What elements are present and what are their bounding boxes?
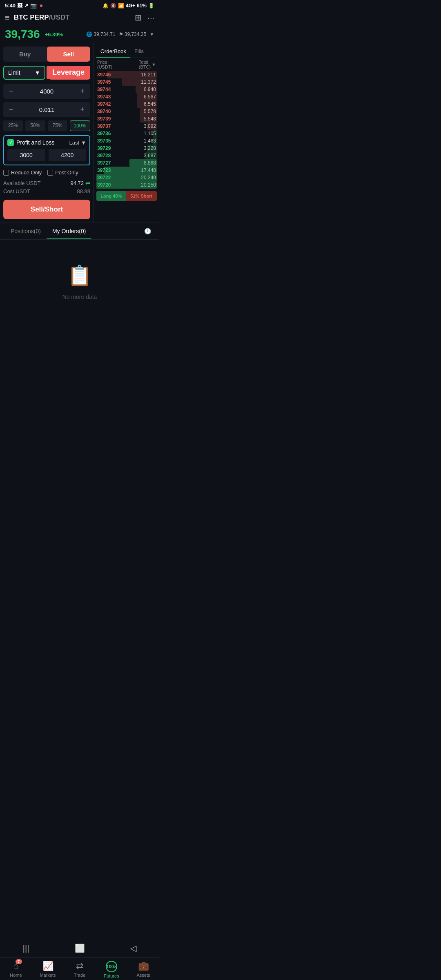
status-battery: 61% (137, 3, 147, 9)
empty-state: 📋 No more data (0, 240, 159, 325)
price-decrement[interactable]: − (7, 87, 15, 96)
bid-price[interactable]: 39735 (97, 138, 111, 144)
ask-price[interactable]: 39745 (97, 79, 111, 85)
price-change: +6.39% (45, 31, 63, 38)
cost-row: Cost USDT 88.88 (3, 188, 90, 194)
ask-price[interactable]: 39739 (97, 116, 111, 122)
ask-row: 39740 5.578 (96, 108, 157, 115)
flag-price: 39,734.25 (125, 31, 146, 37)
limit-chevron: ▼ (35, 69, 40, 76)
bid-price[interactable]: 39729 (97, 145, 111, 151)
pnl-checkbox-label[interactable]: ✓ Profit and Loss (7, 139, 54, 146)
take-profit-input[interactable]: 3000 (7, 149, 45, 161)
ask-price[interactable]: 39742 (97, 101, 111, 107)
total-sort-icon[interactable]: ▼ (151, 62, 156, 67)
cost-label: Cost USDT (3, 188, 30, 194)
sell-tab[interactable]: Sell (47, 47, 91, 62)
bid-price[interactable]: 39728 (97, 153, 111, 158)
ask-price[interactable]: 39743 (97, 94, 111, 100)
refresh-icon[interactable]: 🕐 (141, 223, 154, 239)
header: ≡ BTC PERP/USDT ⊞ ··· (0, 10, 159, 25)
status-bar: 5:40 🖼 ↗ 📷 🔔 🔇 📶 4G+ 61% 🔋 (0, 0, 159, 10)
available-value: 94.72 (70, 180, 84, 186)
price-input-row: − 4000 + (3, 84, 90, 99)
stop-loss-input[interactable]: 4200 (49, 149, 87, 161)
bid-price[interactable]: 39727 (97, 160, 111, 166)
ask-rows: 39746 16.211 39745 11.372 39744 6.940 39… (96, 71, 157, 130)
pct-100[interactable]: 100% (70, 120, 90, 131)
bid-price[interactable]: 39736 (97, 131, 111, 136)
price-value[interactable]: 4000 (15, 88, 79, 95)
global-price: 39,734.71 (94, 31, 115, 37)
reduce-only-checkbox[interactable] (3, 170, 9, 176)
price-main: 39,736 (5, 28, 40, 41)
order-type-row: Limit ▼ Margin 5x ▼ Leverage (3, 66, 90, 80)
empty-icon: 📋 (67, 264, 92, 287)
status-mute-icon: 🔇 (110, 3, 116, 9)
bid-row: 39722 20.249 (96, 174, 157, 181)
status-instagram-icon: 📷 (30, 2, 37, 9)
price-chevron[interactable]: ▼ (149, 31, 154, 37)
limit-label: Limit (8, 69, 20, 76)
qty-decrement[interactable]: − (7, 105, 15, 114)
orderbook-headers: Price(USDT) Total(BTC) ▼ (96, 60, 157, 69)
more-options-icon[interactable]: ··· (147, 13, 154, 22)
buy-tab[interactable]: Buy (3, 47, 47, 62)
order-tabs-container: Positions(0) My Orders(0) 🕐 (0, 223, 159, 240)
pnl-last-selector[interactable]: Last ▼ (69, 140, 86, 146)
pct-50[interactable]: 50% (25, 120, 45, 131)
buy-sell-tabs: Buy Sell (3, 47, 90, 62)
ask-row: 39746 16.211 (96, 71, 157, 78)
status-network-icon: 4G+ (126, 3, 135, 9)
sell-short-button[interactable]: Sell/Short (3, 200, 90, 219)
ask-row: 39743 6.567 (96, 93, 157, 100)
bid-row: 39727 8.868 (96, 159, 157, 167)
ask-row: 39744 6.940 (96, 86, 157, 93)
positions-tab[interactable]: Positions(0) (5, 223, 47, 239)
ask-row: 39737 3.092 (96, 122, 157, 130)
post-only-option[interactable]: Post Only (47, 169, 78, 176)
status-alarm-icon: 🔔 (102, 3, 109, 9)
post-only-label: Post Only (55, 169, 78, 176)
pnl-checkbox[interactable]: ✓ (7, 139, 14, 146)
long-short-bar: Long 49% 51% Short (96, 191, 157, 201)
ask-row: 39739 5.548 (96, 115, 157, 122)
cost-value: 88.88 (77, 188, 90, 194)
bid-row: 39728 3.687 (96, 152, 157, 159)
ask-price[interactable]: 39737 (97, 123, 111, 129)
margin-select[interactable]: Margin 5x ▼ Leverage (49, 66, 91, 80)
pct-25[interactable]: 25% (3, 120, 23, 131)
pct-75[interactable]: 75% (48, 120, 67, 131)
pnl-inputs: 3000 4200 (7, 149, 86, 161)
ask-price[interactable]: 39744 (97, 87, 111, 92)
available-label: Available USDT (3, 180, 41, 186)
status-dot (40, 4, 42, 7)
price-increment[interactable]: + (78, 87, 86, 96)
reduce-only-option[interactable]: Reduce Only (3, 169, 42, 176)
orderbook-tab[interactable]: OrderBook (96, 46, 130, 58)
pnl-last-label: Last (69, 140, 80, 146)
order-type-select[interactable]: Limit ▼ (3, 66, 45, 80)
leverage-badge: Leverage (47, 66, 90, 79)
percentage-row: 25% 50% 75% 100% (3, 120, 90, 131)
bid-row: 39736 1.105 (96, 130, 157, 137)
quantity-input-row: − 0.011 + (3, 102, 90, 117)
header-title: BTC PERP/USDT (14, 13, 70, 22)
menu-icon[interactable]: ≡ (5, 13, 10, 22)
long-part: Long 49% (96, 191, 126, 201)
ask-price[interactable]: 39740 (97, 109, 111, 114)
chart-settings-icon[interactable]: ⊞ (135, 13, 142, 22)
pnl-section: ✓ Profit and Loss Last ▼ 3000 4200 (3, 135, 90, 165)
transfer-icon[interactable]: ⇌ (85, 180, 90, 186)
short-part: 51% Short (126, 191, 157, 201)
qty-value[interactable]: 0.011 (15, 106, 79, 113)
status-signal-icon: 📶 (118, 3, 124, 9)
bid-row: 39723 17.448 (96, 167, 157, 174)
status-battery-icon: 🔋 (148, 3, 154, 9)
pnl-label: Profit and Loss (16, 139, 54, 146)
post-only-checkbox[interactable] (47, 170, 53, 176)
my-orders-tab[interactable]: My Orders(0) (47, 223, 91, 239)
qty-increment[interactable]: + (78, 105, 86, 114)
fills-tab[interactable]: Fills (130, 46, 148, 58)
orderbook-tabs: OrderBook Fills (96, 46, 157, 58)
